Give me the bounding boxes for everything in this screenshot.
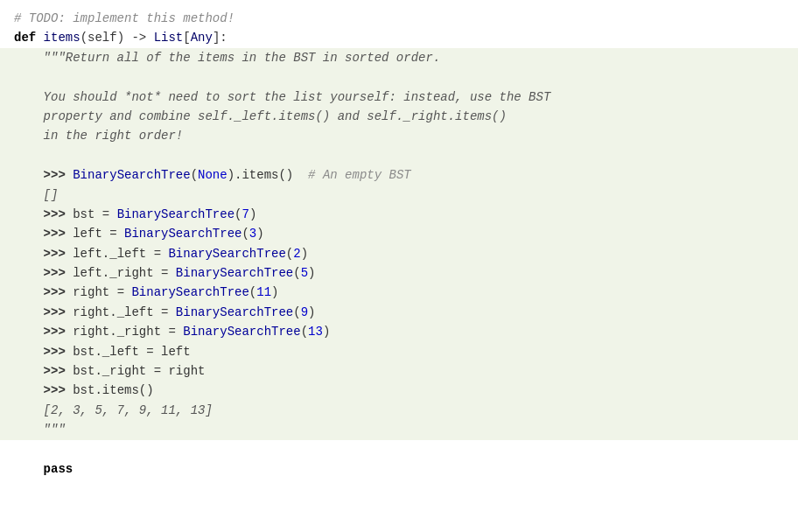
- keyword-pass: pass: [44, 462, 74, 476]
- var-right: right =: [73, 285, 131, 299]
- doctest-prompt-8: >>>: [14, 325, 73, 339]
- doctest-prompt-7: >>>: [14, 305, 73, 319]
- open-3: (: [242, 227, 248, 241]
- func-name: items: [44, 31, 80, 45]
- keyword-def: def: [14, 31, 44, 45]
- num-9: 9: [301, 305, 308, 319]
- class-bst-8: BinarySearchTree: [183, 325, 300, 339]
- close-6: ): [271, 285, 278, 299]
- doctest-prompt-5: >>>: [14, 266, 73, 280]
- var-left: left =: [73, 227, 124, 241]
- code-line-14: >>> left._right = BinarySearchTree(5): [0, 263, 798, 283]
- num-2: 2: [293, 247, 300, 261]
- type-list: List: [154, 31, 184, 45]
- open-8: (: [301, 325, 308, 339]
- code-line-9: >>> BinarySearchTree(None).items() # An …: [0, 165, 798, 185]
- docstring-body-2: property and combine self._left.items() …: [14, 109, 507, 123]
- docstring-close: """: [14, 423, 66, 437]
- code-editor: # TODO: implement this method! def items…: [0, 0, 798, 532]
- close-7: ): [308, 305, 315, 319]
- num-3: 3: [249, 227, 256, 241]
- num-5: 5: [301, 266, 308, 280]
- class-bst-4: BinarySearchTree: [168, 247, 285, 261]
- code-line-7: in the right order!: [0, 126, 798, 145]
- code-line-8: [0, 146, 798, 165]
- bst-items-call: bst.items(): [73, 383, 153, 397]
- close-4: ): [301, 247, 308, 261]
- code-line-21: [2, 3, 5, 7, 9, 11, 13]: [0, 401, 798, 420]
- param-self: self: [88, 31, 117, 45]
- num-11: 11: [256, 285, 271, 299]
- class-bst-3: BinarySearchTree: [124, 227, 242, 241]
- doctest-prompt-11: >>>: [14, 383, 73, 397]
- result-empty: []: [14, 188, 58, 202]
- code-line-15: >>> right = BinarySearchTree(11): [0, 283, 798, 302]
- right-left: right._left =: [73, 305, 176, 319]
- code-line-5: You should *not* need to sort the list y…: [0, 88, 798, 107]
- code-line-2: def items(self) -> List[Any]:: [0, 28, 798, 47]
- code-line-23: [0, 440, 798, 459]
- doctest-prompt-2: >>>: [14, 207, 73, 221]
- code-line-22: """: [0, 420, 798, 439]
- class-bst-7: BinarySearchTree: [176, 305, 293, 319]
- todo-comment: # TODO: implement this method!: [14, 11, 234, 25]
- bracket-open: [: [183, 31, 190, 45]
- bst-left-assign: bst._left = left: [73, 345, 190, 359]
- code-line-11: >>> bst = BinarySearchTree(7): [0, 205, 798, 224]
- close-8: ): [323, 325, 330, 339]
- doctest-prompt-1: >>>: [14, 168, 73, 182]
- code-line-1: # TODO: implement this method!: [0, 9, 798, 28]
- call-close-1: ).items(): [228, 168, 294, 182]
- num-7: 7: [242, 207, 248, 221]
- inline-comment-1: # An empty BST: [293, 168, 410, 182]
- code-line-18: >>> bst._left = left: [0, 342, 798, 361]
- code-line-3: """Return all of the items in the BST in…: [0, 48, 798, 67]
- class-bst-2: BinarySearchTree: [117, 207, 234, 221]
- close-5: ): [308, 266, 315, 280]
- call-open-1: (: [191, 168, 198, 182]
- docstring-open: """Return all of the items in the BST in…: [14, 51, 440, 65]
- code-line-12: >>> left = BinarySearchTree(3): [0, 224, 798, 243]
- doctest-prompt-9: >>>: [14, 345, 73, 359]
- close-3: ): [256, 227, 263, 241]
- right-right: right._right =: [73, 325, 183, 339]
- paren-close: ): [117, 31, 124, 45]
- close-2: ): [249, 207, 256, 221]
- bst-right-assign: bst._right = right: [73, 364, 205, 378]
- open-6: (: [249, 285, 256, 299]
- open-4: (: [286, 247, 293, 261]
- var-bst: bst =: [73, 207, 116, 221]
- open-5: (: [293, 266, 300, 280]
- left-left: left._left =: [73, 247, 168, 261]
- num-13: 13: [308, 325, 323, 339]
- colon: :: [220, 31, 227, 45]
- code-line-10: []: [0, 186, 798, 205]
- code-line-6: property and combine self._left.items() …: [0, 107, 798, 126]
- doctest-prompt-10: >>>: [14, 364, 73, 378]
- doctest-prompt-3: >>>: [14, 227, 73, 241]
- code-line-13: >>> left._left = BinarySearchTree(2): [0, 244, 798, 263]
- doctest-prompt-4: >>>: [14, 247, 73, 261]
- none-val-1: None: [198, 168, 228, 182]
- docstring-body-1: You should *not* need to sort the list y…: [14, 90, 550, 104]
- code-line-16: >>> right._left = BinarySearchTree(9): [0, 303, 798, 322]
- docstring-body-3: in the right order!: [14, 129, 183, 143]
- class-bst-6: BinarySearchTree: [131, 285, 248, 299]
- code-line-19: >>> bst._right = right: [0, 361, 798, 381]
- code-line-17: >>> right._right = BinarySearchTree(13): [0, 322, 798, 341]
- paren-open: (: [80, 31, 88, 45]
- type-any: Any: [191, 31, 213, 45]
- code-line-4: [0, 67, 798, 87]
- doctest-prompt-6: >>>: [14, 285, 73, 299]
- indent-pass: [14, 462, 44, 476]
- code-line-20: >>> bst.items(): [0, 381, 798, 400]
- class-bst-1: BinarySearchTree: [73, 168, 190, 182]
- arrow: ->: [124, 31, 154, 45]
- open-7: (: [293, 305, 300, 319]
- class-bst-5: BinarySearchTree: [176, 266, 293, 280]
- code-line-24: pass: [0, 459, 798, 479]
- result-list: [2, 3, 5, 7, 9, 11, 13]: [14, 403, 213, 417]
- left-right: left._right =: [73, 266, 176, 280]
